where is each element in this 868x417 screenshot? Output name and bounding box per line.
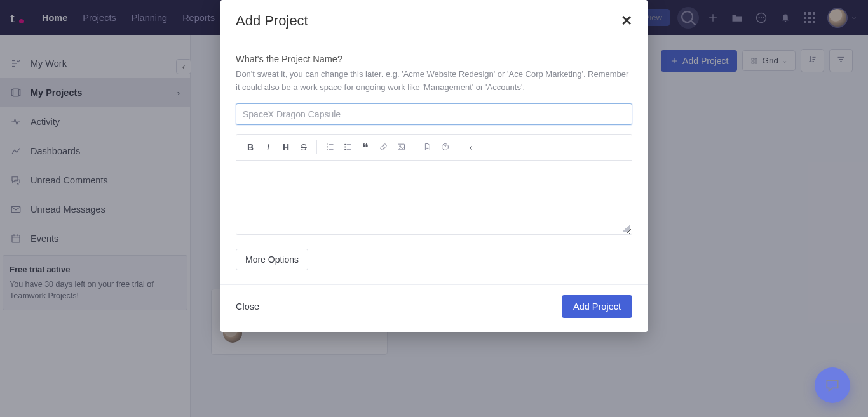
svg-point-46 bbox=[399, 145, 400, 147]
close-icon[interactable]: ✕ bbox=[621, 13, 632, 29]
modal-title: Add Project bbox=[236, 13, 308, 29]
document-icon[interactable] bbox=[418, 138, 436, 156]
editor-toolbar: B I H S 123 ❝ bbox=[236, 135, 632, 161]
help-icon[interactable] bbox=[436, 138, 454, 156]
svg-point-41 bbox=[344, 147, 346, 148]
collapse-toolbar-icon[interactable]: ‹ bbox=[462, 138, 480, 156]
quote-icon[interactable]: ❝ bbox=[356, 138, 374, 156]
project-name-input[interactable] bbox=[236, 103, 632, 125]
image-icon[interactable] bbox=[392, 138, 410, 156]
svg-point-50 bbox=[445, 149, 445, 149]
description-editor: B I H S 123 ❝ bbox=[236, 134, 632, 235]
resize-grip-icon[interactable] bbox=[623, 224, 630, 232]
description-textarea[interactable] bbox=[236, 161, 632, 234]
link-icon[interactable] bbox=[374, 138, 392, 156]
svg-point-39 bbox=[344, 144, 346, 145]
modal-overlay: Add Project ✕ What's the Project Name? D… bbox=[0, 0, 868, 417]
modal-submit-button[interactable]: Add Project bbox=[562, 295, 632, 318]
modal-close-button[interactable]: Close bbox=[236, 301, 259, 312]
support-chat-fab[interactable] bbox=[815, 367, 850, 403]
bullet-list-icon[interactable] bbox=[339, 138, 356, 156]
field-label: What's the Project Name? bbox=[236, 54, 632, 64]
add-project-modal: Add Project ✕ What's the Project Name? D… bbox=[220, 0, 648, 332]
svg-text:3: 3 bbox=[326, 149, 327, 151]
svg-point-43 bbox=[344, 149, 346, 150]
field-hint: Don't sweat it, you can change this late… bbox=[236, 68, 632, 95]
ordered-list-icon[interactable]: 123 bbox=[321, 138, 339, 156]
heading-icon[interactable]: H bbox=[277, 138, 295, 156]
more-options-button[interactable]: More Options bbox=[236, 249, 308, 270]
strike-icon[interactable]: S bbox=[295, 138, 313, 156]
bold-icon[interactable]: B bbox=[241, 138, 259, 156]
italic-icon[interactable]: I bbox=[259, 138, 277, 156]
